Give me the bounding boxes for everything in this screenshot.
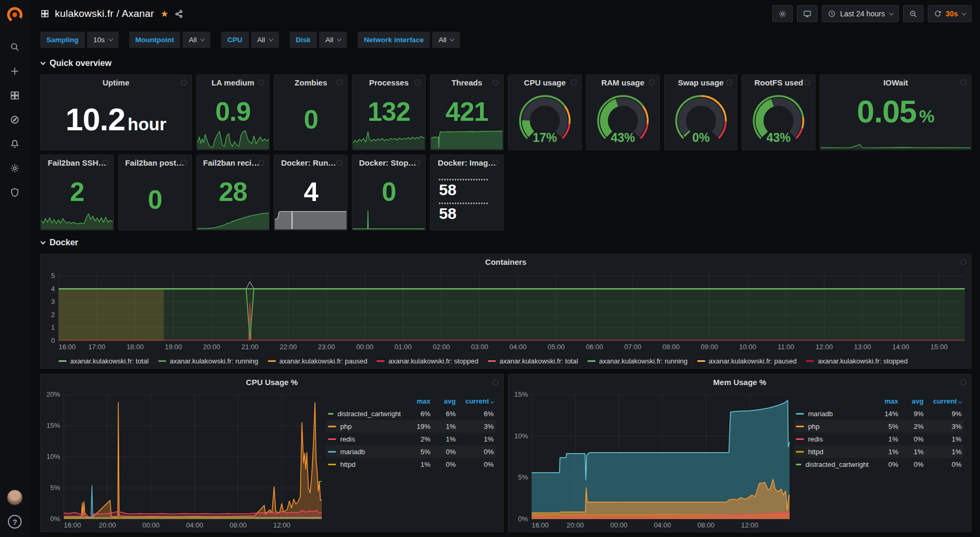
legend-row-mariadb[interactable]: mariadb5%0%0% <box>326 445 496 458</box>
panel-title[interactable]: CPU Usage % <box>246 378 297 387</box>
svg-text:03:00: 03:00 <box>471 343 488 351</box>
filter-value-dropdown[interactable]: All <box>182 32 210 48</box>
alerting-bell-icon[interactable] <box>4 132 25 156</box>
legend-item[interactable]: axanar.kulakowski.fr: paused <box>697 357 797 365</box>
filter-label[interactable]: Mountpoint <box>129 32 180 48</box>
legend-row-httpd[interactable]: httpd1%0%0% <box>326 458 496 471</box>
explore-compass-icon[interactable] <box>4 108 25 132</box>
gauge: 17% <box>512 94 578 145</box>
legend-col-avg[interactable]: avg <box>430 397 456 405</box>
panel-title[interactable]: Docker: Imag… <box>438 158 496 167</box>
section-quick-overview[interactable]: Quick overview <box>40 55 972 71</box>
tv-mode-button[interactable] <box>797 5 818 22</box>
containers-chart[interactable]: 16:0017:0018:0019:0020:0021:0022:0023:00… <box>41 269 971 353</box>
legend-item[interactable]: axanar.kulakowski.fr: total <box>488 357 578 365</box>
panel-title[interactable]: CPU usage <box>524 78 565 87</box>
panel-title[interactable]: IOWait <box>883 78 908 87</box>
legend-col-max[interactable]: max <box>401 397 430 405</box>
legend-row-httpd[interactable]: httpd1%1%1% <box>794 445 964 458</box>
legend-row-distracted_cartwright[interactable]: distracted_cartwright0%0%0% <box>794 458 964 471</box>
legend-series-name: php <box>328 423 401 430</box>
legend-row-php[interactable]: php19%1%3% <box>326 420 496 433</box>
configuration-gear-icon[interactable] <box>4 156 25 180</box>
svg-text:00:00: 00:00 <box>142 521 160 529</box>
panel-title[interactable]: RAM usage <box>601 78 645 87</box>
zoom-out-button[interactable] <box>903 5 924 22</box>
admin-shield-icon[interactable] <box>4 180 25 205</box>
breadcrumb[interactable]: kulakowski.fr / Axanar <box>55 8 154 20</box>
legend-col-max[interactable]: max <box>869 397 898 405</box>
svg-text:20:00: 20:00 <box>99 521 116 529</box>
grafana-logo[interactable] <box>4 4 25 25</box>
search-icon[interactable] <box>4 35 25 59</box>
legend-label: axanar.kulakowski.fr: total <box>70 357 149 365</box>
legend-row-redis[interactable]: redis2%1%1% <box>326 433 496 445</box>
cpu-usage-chart[interactable]: 16:0020:0000:0004:0008:0012:000%5%10%15%… <box>41 389 326 532</box>
filter-value-dropdown[interactable]: All <box>319 32 347 48</box>
template-variables-bar: Sampling10sMountpointAllCPUAllDiskAllNet… <box>40 32 972 48</box>
svg-text:3: 3 <box>51 298 55 305</box>
stat-unit: hour <box>128 114 166 134</box>
dashboard-settings-button[interactable] <box>772 5 793 22</box>
panel-title[interactable]: Docker: Runni… <box>281 158 341 167</box>
filter-value-dropdown[interactable]: 10s <box>87 32 119 48</box>
legend-row-php[interactable]: php5%2%3% <box>794 420 964 433</box>
user-avatar[interactable] <box>7 490 23 505</box>
stat-unit: % <box>919 107 934 126</box>
legend-item[interactable]: axanar.kulakowski.fr: total <box>59 357 149 365</box>
help-icon[interactable]: ? <box>8 515 22 529</box>
filter-value-dropdown[interactable]: All <box>432 32 460 48</box>
filter-label[interactable]: CPU <box>221 32 249 48</box>
panel-title[interactable]: Fail2ban postf… <box>125 158 185 167</box>
panel-title[interactable]: Processes <box>369 78 409 87</box>
legend-col-avg[interactable]: avg <box>898 397 924 405</box>
panel-title[interactable]: Fail2ban recid… <box>203 158 263 167</box>
panel-title[interactable]: Mem Usage % <box>713 378 766 387</box>
dashboards-icon[interactable] <box>4 83 25 108</box>
legend-row-distracted_cartwright[interactable]: distracted_cartwright6%6%6% <box>326 407 496 420</box>
legend-item[interactable]: axanar.kulakowski.fr: paused <box>268 357 368 365</box>
create-plus-icon[interactable] <box>4 59 25 83</box>
filter-value-dropdown[interactable]: All <box>251 32 279 48</box>
filter-label[interactable]: Network interface <box>358 32 430 48</box>
legend-col-current[interactable]: current <box>924 397 962 405</box>
panel-title[interactable]: LA medium <box>212 78 254 87</box>
svg-text:04:00: 04:00 <box>186 521 204 529</box>
filter-label[interactable]: Sampling <box>40 32 85 48</box>
gauge-body: 17% <box>508 90 581 150</box>
favorite-star-icon[interactable]: ★ <box>160 8 168 19</box>
legend-row-redis[interactable]: redis1%0%1% <box>794 433 964 445</box>
panel-title[interactable]: RootFS used <box>754 78 803 87</box>
panel-title[interactable]: Docker: Stopp… <box>359 158 419 167</box>
loading-spinner-icon <box>415 80 420 85</box>
mem-usage-chart[interactable]: 16:0020:0000:0004:0008:0012:000%5%10%15% <box>508 389 794 532</box>
legend-col-current[interactable]: current <box>456 397 494 405</box>
legend-series-name: httpd <box>328 461 401 468</box>
panel-title[interactable]: Swap usage <box>678 78 724 87</box>
svg-text:04:00: 04:00 <box>510 343 527 351</box>
sparkline <box>197 129 269 149</box>
legend-item[interactable]: axanar.kulakowski.fr: running <box>158 357 258 365</box>
legend-value-current: 3% <box>924 423 962 430</box>
legend-item[interactable]: axanar.kulakowski.fr: stopped <box>377 357 478 365</box>
refresh-button[interactable]: 30s <box>928 5 972 22</box>
legend-row-mariadb[interactable]: mariadb14%9%9% <box>794 407 964 420</box>
panel-title[interactable]: Fail2ban SSH… <box>47 158 106 167</box>
legend-item[interactable]: axanar.kulakowski.fr: stopped <box>806 357 908 365</box>
panel-cpu-usage: CPU usage17% <box>508 74 582 150</box>
panel-title[interactable]: Containers <box>485 257 526 266</box>
section-docker[interactable]: Docker <box>40 235 972 251</box>
panel-title[interactable]: Uptime <box>102 78 129 87</box>
legend-series-name: mariadb <box>328 448 401 456</box>
legend-value-current: 0% <box>924 461 962 468</box>
svg-text:16:00: 16:00 <box>59 343 76 351</box>
panel-title[interactable]: Threads <box>451 78 482 87</box>
filter-label[interactable]: Disk <box>290 32 318 48</box>
legend-color-dash <box>328 426 336 427</box>
legend-series-name: php <box>796 423 869 430</box>
legend-item[interactable]: axanar.kulakowski.fr: running <box>588 357 688 365</box>
section-collapse-chevron <box>41 239 46 245</box>
share-icon[interactable] <box>175 9 184 18</box>
time-range-picker[interactable]: Last 24 hours <box>822 5 899 22</box>
panel-title[interactable]: Zombies <box>295 78 328 87</box>
